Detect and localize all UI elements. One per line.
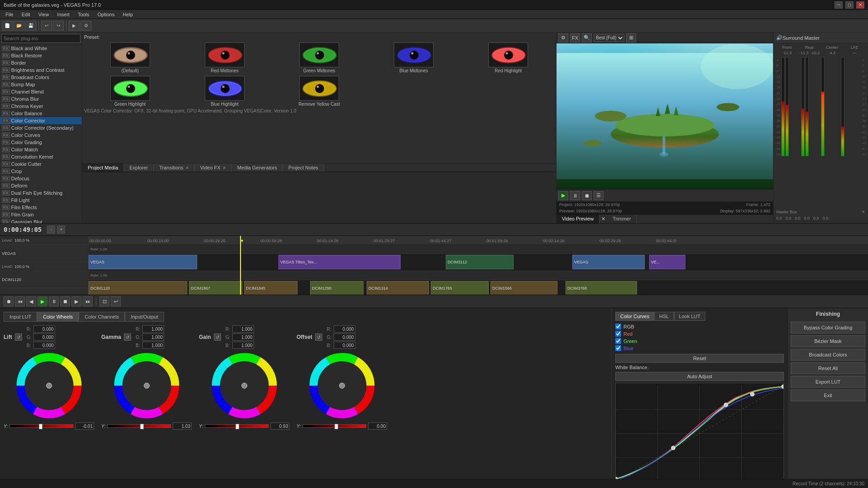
- gamma-r-input[interactable]: [142, 325, 164, 333]
- plugin-item-chroma-keyer[interactable]: FXChroma Keyer: [0, 103, 82, 110]
- plugin-item-color-balance[interactable]: FXColor Balance: [0, 110, 82, 117]
- save-button[interactable]: 💾: [25, 21, 36, 31]
- tab-color-channels[interactable]: Color Channels: [79, 312, 125, 322]
- gamma-b-input[interactable]: [142, 342, 164, 349]
- plugin-item-color-curves[interactable]: FXColor Curves: [0, 131, 82, 139]
- transport-play[interactable]: ▶: [38, 296, 47, 306]
- plugin-item-black-and-white[interactable]: FXBlack and White: [0, 45, 82, 52]
- curves-reset-btn[interactable]: Reset: [615, 354, 784, 363]
- redo-button[interactable]: ↪: [53, 21, 64, 31]
- tab-video-preview[interactable]: Video Preview: [557, 215, 599, 223]
- plugin-item-black-restore[interactable]: FXBlack Restore: [0, 52, 82, 59]
- plugin-item-color-corrector-(secondary)[interactable]: FXColor Corrector (Secondary): [0, 124, 82, 131]
- undo-button[interactable]: ↩: [41, 21, 52, 31]
- snap-btn[interactable]: ⊡: [99, 296, 109, 306]
- clip-dcim3768[interactable]: DCIM3768: [566, 281, 637, 295]
- clip-titles-tex[interactable]: VEGAS Titles_Tex...: [278, 255, 401, 269]
- offset-y-slider[interactable]: [302, 424, 366, 428]
- settings-button[interactable]: ⚙: [80, 21, 91, 31]
- transport-prev-frame[interactable]: ◀: [26, 296, 36, 306]
- loop-region-btn[interactable]: ↩: [111, 296, 121, 306]
- wheel-lift-reset[interactable]: ↺: [15, 333, 22, 341]
- clip-dcim1314[interactable]: DCIM1314: [367, 281, 429, 295]
- plugin-item-film-effects[interactable]: FXFilm Effects: [0, 204, 82, 211]
- preview-settings-btn[interactable]: ⚙: [558, 33, 568, 42]
- tab-color-wheels[interactable]: Color Wheels: [37, 312, 79, 322]
- clip-dcim1566[interactable]: DCIM1566: [491, 281, 557, 295]
- plugin-item-color-corrector[interactable]: FXColor Corrector: [0, 117, 82, 124]
- broadcast-colors-btn[interactable]: Broadcast Colors: [791, 349, 865, 361]
- clip-vegas-1[interactable]: VEGAS: [89, 255, 197, 269]
- search-input[interactable]: [1, 34, 80, 43]
- offset-wheel-svg[interactable]: [307, 351, 377, 421]
- master-bus-close[interactable]: ✕: [862, 210, 865, 214]
- close-button[interactable]: ✕: [856, 1, 864, 9]
- preset-remove-yellow-cast[interactable]: Remove Yellow Cast: [273, 76, 365, 107]
- preset-green-highlight[interactable]: Green Highlight: [84, 76, 176, 107]
- preset-red-midtones[interactable]: Red Midtones: [179, 42, 270, 73]
- lift-y-value[interactable]: [75, 422, 94, 430]
- preview-zoom-btn[interactable]: 🔍: [582, 33, 592, 42]
- transport-record[interactable]: ⏺: [4, 296, 14, 306]
- auto-adjust-btn[interactable]: Auto Adjust: [615, 372, 784, 381]
- panel-tab-media-generators[interactable]: Media Generators: [232, 164, 283, 172]
- offset-g-input[interactable]: [334, 333, 355, 341]
- maximize-button[interactable]: □: [845, 1, 854, 9]
- curves-canvas-area[interactable]: [615, 383, 784, 484]
- clip-dcim1765[interactable]: DCIM1765: [431, 281, 489, 295]
- open-button[interactable]: 📂: [14, 21, 24, 31]
- plugin-item-deform[interactable]: FXDeform: [0, 182, 82, 189]
- gamma-y-value[interactable]: [173, 422, 192, 430]
- clip-ve[interactable]: VE...: [649, 255, 685, 269]
- lift-b-input[interactable]: [33, 342, 55, 349]
- clip-dcim1290[interactable]: DCIM1290: [310, 281, 363, 295]
- wheel-gain-reset[interactable]: ↺: [214, 333, 221, 341]
- lift-r-input[interactable]: [33, 325, 55, 333]
- preset-blue-highlight[interactable]: Blue Highlight: [179, 76, 270, 107]
- preset-red-highlight[interactable]: Red Highlight: [462, 42, 554, 73]
- plugin-item-color-grading[interactable]: FXColor Grading: [0, 139, 82, 146]
- plugin-item-channel-blend[interactable]: FXChannel Blend: [0, 88, 82, 95]
- panel-tab-project-media[interactable]: Project Media: [82, 164, 124, 172]
- gain-g-input[interactable]: [232, 333, 254, 341]
- cb-blue[interactable]: [615, 345, 621, 351]
- minimize-button[interactable]: ─: [835, 1, 843, 9]
- tab-hsl[interactable]: HSL: [654, 312, 674, 321]
- plugin-item-convolution-kernel[interactable]: FXConvolution Kernel: [0, 153, 82, 160]
- menu-edit[interactable]: Edit: [18, 11, 34, 18]
- gain-b-input[interactable]: [232, 342, 254, 349]
- plugin-item-border[interactable]: FXBorder: [0, 59, 82, 66]
- transport-fast-fwd[interactable]: ⏭: [83, 296, 93, 306]
- menu-tools[interactable]: Tools: [74, 11, 93, 18]
- plugin-item-fill-light[interactable]: FXFill Light: [0, 197, 82, 204]
- stop-btn[interactable]: ⏹: [582, 191, 592, 200]
- tab-input-output[interactable]: Input/Output: [125, 312, 164, 322]
- panel-tab-transitions[interactable]: Transitions✕: [154, 164, 194, 172]
- gamma-y-slider[interactable]: [107, 424, 171, 428]
- tab-input-lut[interactable]: Input LUT: [4, 312, 37, 322]
- gain-wheel-svg[interactable]: [209, 351, 279, 421]
- play-btn[interactable]: ▶: [558, 191, 568, 200]
- timeline-ruler[interactable]: 00:00:00:00 00:00:15:00 00:00:29:29 ▼ 00…: [89, 236, 868, 245]
- panel-tab-project-notes[interactable]: Project Notes: [283, 164, 324, 172]
- pause-btn[interactable]: ⏸: [570, 191, 580, 200]
- zoom-in-btn[interactable]: +: [57, 225, 65, 234]
- bezier-mask-btn[interactable]: Bézier Mask: [791, 335, 865, 347]
- wheel-offset-reset[interactable]: ↺: [315, 333, 322, 341]
- cb-red[interactable]: [615, 331, 621, 337]
- zoom-out-btn[interactable]: -: [47, 225, 55, 234]
- plugin-item-gaussian-blur[interactable]: FXGaussian Blur: [0, 218, 82, 223]
- reset-all-btn[interactable]: Reset All: [791, 362, 865, 374]
- loop-btn[interactable]: ☰: [594, 191, 604, 200]
- plugin-item-cookie-cutter[interactable]: FXCookie Cutter: [0, 160, 82, 168]
- lift-y-slider[interactable]: [9, 424, 73, 428]
- transport-pause[interactable]: ⏸: [49, 296, 59, 306]
- offset-y-value[interactable]: [368, 422, 387, 430]
- clip-dcim1845[interactable]: DCIM1845: [244, 281, 297, 295]
- menu-view[interactable]: View: [35, 11, 53, 18]
- plugin-item-defocus[interactable]: FXDefocus: [0, 175, 82, 182]
- panel-tab-explorer[interactable]: Explorer: [124, 164, 154, 172]
- menu-file[interactable]: File: [2, 11, 17, 18]
- preview-grid-btn[interactable]: ⊞: [626, 33, 636, 42]
- clip-dcim3112[interactable]: DCIM3112: [446, 255, 514, 269]
